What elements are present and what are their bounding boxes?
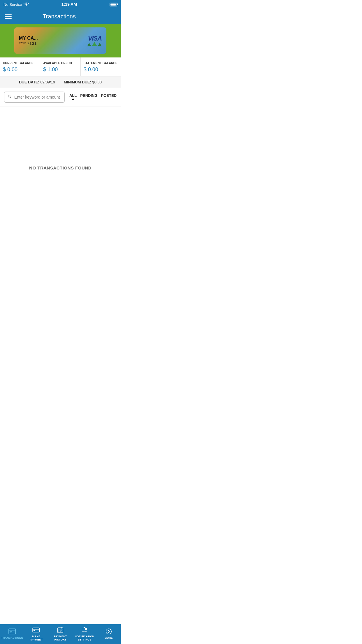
card-number: **** 7131 [19, 41, 38, 46]
balances-section: CURRENT BALANCE $ 0.00 AVAILABLE CREDIT … [0, 57, 121, 76]
card-name: MY CA... [19, 36, 38, 41]
filter-tab-pending[interactable]: PENDING [80, 93, 97, 98]
available-credit: AVAILABLE CREDIT $ 1.00 [40, 57, 80, 76]
wifi-icon [24, 2, 29, 7]
search-box[interactable] [4, 92, 65, 103]
current-balance-amount: $ 0.00 [3, 66, 37, 73]
active-dot [72, 99, 74, 100]
status-left: No Service [3, 2, 29, 7]
due-date-label: DUE DATE: [19, 80, 39, 84]
min-due-label: MINIMUM DUE: [64, 80, 91, 84]
status-bar: No Service 1:19 AM [0, 0, 121, 9]
filter-tab-posted[interactable]: POSTED [101, 93, 117, 98]
current-balance: CURRENT BALANCE $ 0.00 [0, 57, 40, 76]
page-title: Transactions [12, 13, 107, 20]
status-time: 1:19 AM [61, 2, 77, 7]
due-date-item: DUE DATE: 09/09/19 [19, 80, 55, 84]
network-label: No Service [3, 2, 22, 7]
statement-balance: STATEMENT BALANCE $ 0.00 [81, 57, 121, 76]
search-filter-bar: ALL PENDING POSTED [0, 88, 121, 106]
status-right [110, 3, 117, 6]
due-date-value: 09/09/19 [40, 80, 55, 84]
mountain-icon [87, 43, 102, 46]
empty-message: NO TRANSACTIONS FOUND [29, 165, 92, 170]
available-credit-label: AVAILABLE CREDIT [43, 62, 77, 65]
statement-balance-amount: $ 0.00 [84, 66, 118, 73]
card-section: MY CA... **** 7131 VISA [0, 24, 121, 57]
min-due-value: $0.00 [92, 80, 102, 84]
search-icon [7, 94, 12, 100]
search-input[interactable] [14, 95, 61, 99]
card-info-left: MY CA... **** 7131 [19, 36, 38, 46]
filter-tab-all[interactable]: ALL [69, 93, 77, 101]
available-credit-amount: $ 1.00 [43, 66, 77, 73]
battery-icon [110, 3, 117, 6]
empty-state: NO TRANSACTIONS FOUND [0, 142, 121, 194]
current-balance-label: CURRENT BALANCE [3, 62, 37, 65]
menu-button[interactable] [5, 14, 12, 19]
filter-tabs: ALL PENDING POSTED [69, 93, 117, 101]
minimum-due-item: MINIMUM DUE: $0.00 [64, 80, 102, 84]
transaction-list-area: NO TRANSACTIONS FOUND [0, 106, 121, 229]
due-date-bar: DUE DATE: 09/09/19 MINIMUM DUE: $0.00 [0, 76, 121, 88]
app-header: Transactions [0, 9, 121, 24]
visa-brand: VISA [88, 35, 102, 42]
card-logo: VISA [87, 35, 102, 46]
statement-balance-label: STATEMENT BALANCE [84, 62, 118, 65]
credit-card[interactable]: MY CA... **** 7131 VISA [14, 27, 106, 54]
